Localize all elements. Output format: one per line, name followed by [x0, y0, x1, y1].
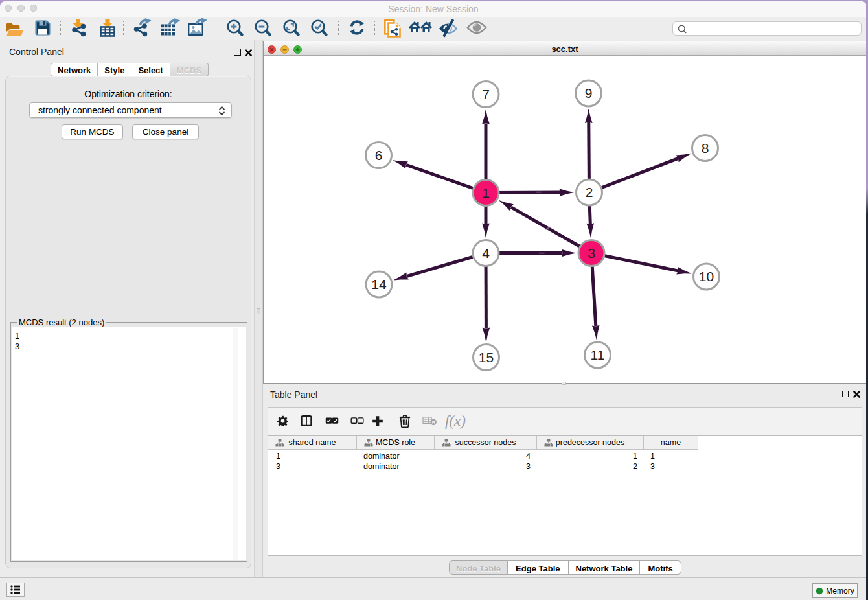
- svg-text:11: 11: [591, 347, 605, 362]
- svg-text:4: 4: [482, 246, 490, 260]
- svg-text:9: 9: [585, 86, 593, 100]
- svg-text:7: 7: [482, 87, 490, 102]
- svg-text:6: 6: [375, 148, 383, 163]
- svg-text:8: 8: [702, 141, 709, 156]
- svg-text:1: 1: [482, 185, 490, 200]
- svg-text:2: 2: [586, 185, 593, 200]
- svg-text:10: 10: [699, 269, 714, 284]
- svg-text:3: 3: [588, 246, 595, 260]
- svg-text:14: 14: [371, 277, 387, 292]
- svg-text:15: 15: [479, 350, 494, 365]
